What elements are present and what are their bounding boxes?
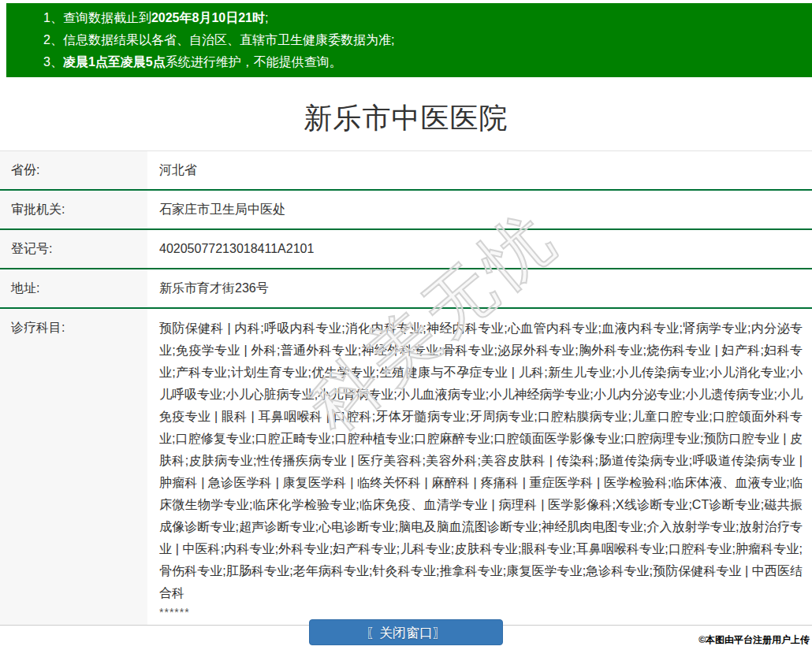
row-value: 40205077213018411A2101 xyxy=(147,229,812,269)
notice-line-2: 2、信息数据结果以各省、自治区、直辖市卫生健康委数据为准; xyxy=(43,29,804,51)
notice-line-3: 3、凌晨1点至凌晨5点系统进行维护，不能提供查询。 xyxy=(43,51,804,73)
table-row-medical-subjects: 诊疗科目: 预防保健科 | 内科;呼吸内科专业;消化内科专业;神经内科专业;心血… xyxy=(0,308,812,626)
notice-bold-text: 凌晨1点至凌晨5点 xyxy=(63,55,166,69)
table-row-province: 省份: 河北省 xyxy=(0,151,812,191)
notice-bold-text: 2025年8月10日21时 xyxy=(151,11,265,24)
table-row-approval-authority: 审批机关: 石家庄市卫生局中医处 xyxy=(0,190,812,229)
table-row-registration-number: 登记号: 40205077213018411A2101 xyxy=(0,229,812,269)
row-value: 河北省 xyxy=(147,151,812,191)
notice-text: 3、 xyxy=(43,55,63,69)
row-label: 诊疗科目: xyxy=(0,308,147,626)
notice-text: 系统进行维护，不能提供查询。 xyxy=(166,55,342,69)
row-value: 预防保健科 | 内科;呼吸内科专业;消化内科专业;神经内科专业;心血管内科专业;… xyxy=(147,308,812,626)
image-credit: ©本图由平台注册用户上传 xyxy=(698,633,810,647)
row-label: 登记号: xyxy=(0,229,147,269)
row-value: 石家庄市卫生局中医处 xyxy=(147,190,812,229)
hospital-name-title: 新乐市中医医院 xyxy=(0,99,812,138)
notice-text: 2、信息数据结果以各省、自治区、直辖市卫生健康委数据为准; xyxy=(43,33,394,46)
notice-banner: 1、查询数据截止到2025年8月10日21时; 2、信息数据结果以各省、自治区、… xyxy=(6,3,812,77)
row-label: 地址: xyxy=(0,269,147,308)
notice-text: 1、查询数据截止到 xyxy=(43,11,151,24)
close-window-button[interactable]: 〖关闭窗口〗 xyxy=(309,619,503,645)
notice-text: ; xyxy=(265,11,268,24)
notice-line-1: 1、查询数据截止到2025年8月10日21时; xyxy=(43,7,804,29)
hospital-info-table: 省份: 河北省 审批机关: 石家庄市卫生局中医处 登记号: 4020507721… xyxy=(0,150,812,626)
row-label: 省份: xyxy=(0,151,147,191)
button-row: 〖关闭窗口〗 xyxy=(0,619,812,645)
table-row-address: 地址: 新乐市育才街236号 xyxy=(0,269,812,308)
row-value: 新乐市育才街236号 xyxy=(147,269,812,308)
row-label: 审批机关: xyxy=(0,190,147,229)
stars-line: ****** xyxy=(159,604,803,620)
medical-subjects-text: 预防保健科 | 内科;呼吸内科专业;消化内科专业;神经内科专业;心血管内科专业;… xyxy=(159,321,803,600)
